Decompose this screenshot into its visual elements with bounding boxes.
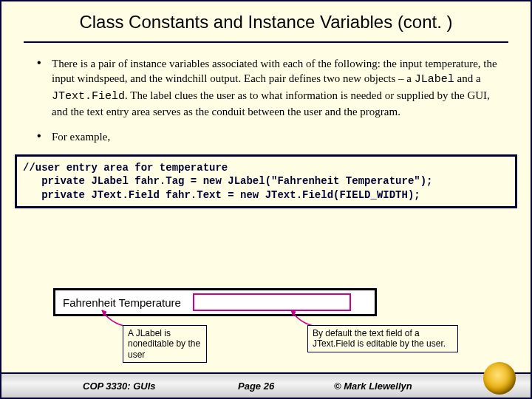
code-inline-jlabel: JLabel <box>415 73 454 86</box>
code-block: //user entry area for temperature privat… <box>15 154 517 208</box>
slide: Class Constants and Instance Variables (… <box>0 0 532 399</box>
body: There is a pair of instance variables as… <box>1 50 531 144</box>
bullet-2-text: For example, <box>52 131 110 143</box>
callout-jlabel: A JLabel is noneditable by the user <box>123 325 207 363</box>
bullet-1-text: There is a pair of instance variables as… <box>52 58 497 117</box>
ucf-logo-icon <box>483 362 516 395</box>
bullet-1: There is a pair of instance variables as… <box>31 56 501 119</box>
bullet-list: There is a pair of instance variables as… <box>31 56 501 144</box>
footer-page: Page 26 <box>238 381 274 392</box>
text-run: and a <box>454 72 481 84</box>
example-textfield[interactable] <box>193 293 351 311</box>
title-rule <box>24 41 508 43</box>
callout-textfield: By default the text field of a JText.Fie… <box>307 325 458 352</box>
code-inline-jtextfield: JText.Field <box>52 90 125 103</box>
footer-right: © Mark Llewellyn <box>334 381 412 392</box>
footer-left: COP 3330: GUIs <box>83 381 156 392</box>
slide-title: Class Constants and Instance Variables (… <box>24 12 508 33</box>
footer: COP 3330: GUIs Page 26 © Mark Llewellyn <box>1 372 531 398</box>
title-area: Class Constants and Instance Variables (… <box>1 1 531 50</box>
bullet-2: For example, <box>31 129 501 144</box>
